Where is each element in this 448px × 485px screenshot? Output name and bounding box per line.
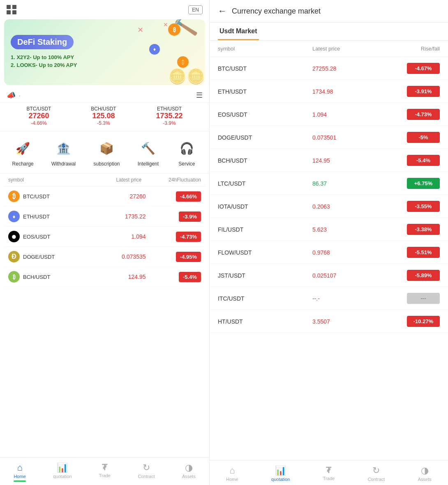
change-badge: -10.27% bbox=[407, 316, 440, 327]
action-intelligent-label: Intelligent bbox=[138, 161, 159, 167]
table-row[interactable]: EOS/USDT 1.094 -4.73% bbox=[210, 103, 448, 126]
ticker-eth-symbol: ETH/USDT bbox=[156, 106, 182, 112]
right-nav-assets-label: Assets bbox=[418, 477, 432, 482]
symbol-name: BCH/USDT bbox=[23, 274, 50, 280]
right-nav-contract[interactable]: ↻ Contract bbox=[363, 464, 390, 483]
ticker-btc[interactable]: BTC/USDT 27260 -4.66% bbox=[26, 106, 51, 126]
ticker-bch[interactable]: BCH/USDT 125.08 -5.3% bbox=[91, 106, 116, 126]
banner-item-1: 1. X2Y2- Up to 100% APY bbox=[11, 54, 77, 60]
banner-item-2: 2. LOOKS- Up to 20% APY bbox=[11, 62, 77, 68]
right-nav-trade-label: Trade bbox=[323, 476, 335, 481]
price-value: 0.073501 bbox=[312, 134, 370, 141]
action-withdrawal[interactable]: 🏦 Withdrawal bbox=[51, 138, 76, 167]
right-nav-assets[interactable]: ◑ Assets bbox=[413, 464, 436, 483]
table-row[interactable]: ITC/USDT --.- --- bbox=[210, 287, 448, 310]
table-row[interactable]: BCH/USDT 124.95 -5.4% bbox=[210, 149, 448, 172]
table-row[interactable]: ETH/USDT 1734.98 -3.91% bbox=[210, 80, 448, 103]
nav-indicator bbox=[14, 480, 26, 482]
symbol-name: ETH/USDT bbox=[23, 214, 50, 220]
megaphone-icon: 📣 bbox=[7, 91, 16, 100]
table-row[interactable]: ₿ BTC/USDT 27260 -4.66% bbox=[4, 186, 205, 207]
right-title: Currency exchange market bbox=[232, 7, 321, 16]
table-row[interactable]: FLOW/USDT 0.9768 -5.51% bbox=[210, 241, 448, 264]
right-bottom-nav: ⌂ Home 📊 quotation ₮ Trade ↻ Contract ◑ … bbox=[210, 460, 448, 485]
announce-bar: 📣 · ☰ bbox=[0, 88, 209, 103]
right-nav-contract-label: Contract bbox=[368, 477, 385, 482]
symbol-name: DOGE/USDT bbox=[218, 134, 284, 141]
intelligent-icon: 🔨 bbox=[138, 138, 158, 159]
nav-quotation[interactable]: 📊 quotation bbox=[48, 461, 76, 483]
banner-title: DeFi Staking bbox=[11, 35, 74, 49]
top-bar: EN bbox=[0, 0, 209, 19]
change-col: -5% bbox=[399, 132, 440, 143]
back-button[interactable]: ← bbox=[218, 6, 227, 16]
quotation-icon: 📊 bbox=[57, 462, 68, 473]
ticker-eth[interactable]: ETH/USDT 1735.22 -3.9% bbox=[156, 106, 182, 126]
nav-home[interactable]: ⌂ Home bbox=[9, 461, 31, 483]
table-row[interactable]: BTC/USDT 27255.28 -4.67% bbox=[210, 57, 448, 80]
change-col: -3.91% bbox=[399, 86, 440, 97]
left-bottom-nav: ⌂ Home 📊 quotation ₮ Trade ↻ Contract ◑ … bbox=[0, 457, 209, 485]
lang-button[interactable]: EN bbox=[188, 5, 203, 14]
symbol-col: ₿ BTC/USDT bbox=[8, 191, 74, 202]
service-icon: 🎧 bbox=[176, 138, 197, 159]
price-value: 1734.98 bbox=[312, 88, 370, 95]
price-value: 27260 bbox=[97, 193, 146, 200]
price-value: 124.95 bbox=[312, 157, 370, 164]
usdt-market-tab[interactable]: Usdt Market bbox=[218, 23, 259, 40]
change-badge: -4.67% bbox=[407, 63, 440, 74]
table-row[interactable]: IOTA/USDT 0.2063 -3.55% bbox=[210, 195, 448, 218]
right-col-change: Rise/fall bbox=[399, 46, 440, 52]
ticker-btc-symbol: BTC/USDT bbox=[26, 106, 51, 112]
symbol-name: FLOW/USDT bbox=[218, 249, 284, 256]
nav-contract[interactable]: ↻ Contract bbox=[133, 461, 160, 483]
list-icon[interactable]: ☰ bbox=[196, 91, 203, 100]
action-subscription[interactable]: 📦 subscription bbox=[93, 138, 120, 167]
announce-left: 📣 · bbox=[7, 91, 21, 100]
right-assets-icon: ◑ bbox=[421, 465, 429, 476]
symbol-name: BCH/USDT bbox=[218, 157, 284, 164]
change-badge: -5.4% bbox=[179, 272, 201, 282]
grid-icon[interactable] bbox=[7, 5, 16, 14]
trade-icon: ₮ bbox=[102, 462, 107, 472]
table-row[interactable]: FIL/USDT 5.623 -3.38% bbox=[210, 218, 448, 241]
symbol-name: ITC/USDT bbox=[218, 295, 284, 302]
change-col: -5.51% bbox=[399, 247, 440, 258]
nav-trade[interactable]: ₮ Trade bbox=[94, 461, 115, 483]
table-row[interactable]: ₿ BCH/USDT 124.95 -5.4% bbox=[4, 267, 205, 287]
right-header: ← Currency exchange market bbox=[210, 0, 448, 23]
table-row[interactable]: ♦ ETH/USDT 1735.22 -3.9% bbox=[4, 207, 205, 227]
ticker-bch-price: 125.08 bbox=[91, 112, 116, 120]
market-table-left: symbol Latest price 24hFluctuation ₿ BTC… bbox=[0, 174, 209, 457]
table-row[interactable]: LTC/USDT 86.37 +6.75% bbox=[210, 172, 448, 195]
right-market-rows: BTC/USDT 27255.28 -4.67% ETH/USDT 1734.9… bbox=[210, 57, 448, 333]
home-icon: ⌂ bbox=[17, 462, 22, 473]
price-value: 1.094 bbox=[97, 233, 146, 240]
action-recharge[interactable]: 🚀 Recharge bbox=[12, 138, 34, 167]
action-service[interactable]: 🎧 Service bbox=[176, 138, 197, 167]
change-col: -4.95% bbox=[168, 252, 201, 262]
table-row[interactable]: Ð DOGE/USDT 0.073535 -4.95% bbox=[4, 247, 205, 267]
right-nav-trade[interactable]: ₮ Trade bbox=[318, 464, 339, 483]
price-value: 0.9768 bbox=[312, 249, 370, 256]
nav-assets[interactable]: ◑ Assets bbox=[177, 461, 201, 483]
right-nav-quotation[interactable]: 📊 quotation bbox=[266, 464, 295, 483]
table-row[interactable]: JST/USDT 0.025107 -5.89% bbox=[210, 264, 448, 287]
action-intelligent[interactable]: 🔨 Intelligent bbox=[138, 138, 159, 167]
symbol-col: ♦ ETH/USDT bbox=[8, 211, 74, 222]
right-col-symbol: symbol bbox=[218, 46, 284, 52]
right-col-price: Latest price bbox=[312, 46, 370, 52]
ticker-btc-price: 27260 bbox=[26, 112, 51, 120]
price-value: 27255.28 bbox=[312, 65, 370, 72]
table-row[interactable]: HT/USDT 3.5507 -10.27% bbox=[210, 310, 448, 333]
table-row[interactable]: DOGE/USDT 0.073501 -5% bbox=[210, 126, 448, 149]
table-row[interactable]: ● EOS/USDT 1.094 -4.73% bbox=[4, 227, 205, 247]
price-value: 0.025107 bbox=[312, 272, 370, 279]
price-value: 0.2063 bbox=[312, 203, 370, 210]
right-nav-home[interactable]: ⌂ Home bbox=[221, 464, 243, 483]
symbol-name: IOTA/USDT bbox=[218, 203, 284, 210]
nav-quotation-label: quotation bbox=[53, 474, 72, 479]
change-col: -4.66% bbox=[168, 191, 201, 202]
symbol-col: Ð DOGE/USDT bbox=[8, 251, 74, 262]
ticker-row: BTC/USDT 27260 -4.66% BCH/USDT 125.08 -5… bbox=[0, 103, 209, 131]
